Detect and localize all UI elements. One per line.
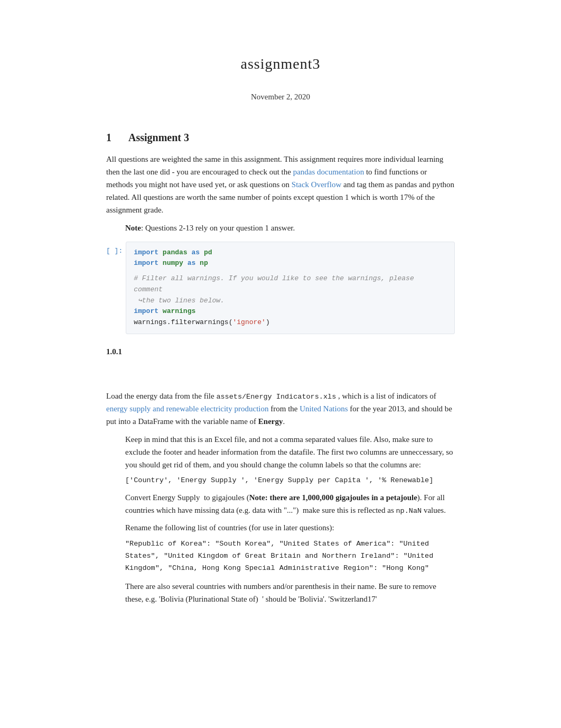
code-line-4: warnings.filterwarnings('ignore') xyxy=(134,317,447,328)
intro-paragraph: All questions are weighted the same in t… xyxy=(106,153,455,216)
code-block-1-wrapper: [ ]: import pandas as pd import numpy as… xyxy=(106,242,455,335)
page-title: assignment3 xyxy=(106,53,455,75)
code-comment-2: ↪the two lines below. xyxy=(134,296,447,307)
note-label: Note xyxy=(125,224,141,232)
code-line-3: import warnings xyxy=(134,306,447,317)
energy-file-code: assets/Energy Indicators.xls xyxy=(216,393,336,401)
code-comment-1: # Filter all warnings. If you would like… xyxy=(134,273,447,296)
section-title: Assignment 3 xyxy=(128,130,189,145)
note-gigajoules: Note: there are 1,000,000 gigajoules in … xyxy=(249,493,417,502)
section-header: 1 Assignment 3 xyxy=(106,130,455,145)
stackoverflow-link[interactable]: Stack Overflow xyxy=(292,180,342,189)
code-line-2: import numpy as np xyxy=(134,258,447,269)
columns-list: ['Country', 'Energy Supply ', 'Energy Su… xyxy=(125,475,455,486)
code-line-1: import pandas as pd xyxy=(134,247,447,259)
energy-supply-link[interactable]: energy supply and renewable electricity … xyxy=(106,404,269,413)
rename-paragraph: Rename the following list of countries (… xyxy=(125,521,455,534)
code-blank-1 xyxy=(134,269,447,273)
code-block-1: import pandas as pd import numpy as np #… xyxy=(126,242,455,335)
rename-line-3: Kingdom", "China, Hong Kong Special Admi… xyxy=(125,563,455,575)
code-label-1: [ ]: xyxy=(106,242,126,256)
subsection-title-101: 1.0.1 xyxy=(106,346,455,358)
section-number: 1 xyxy=(106,130,111,145)
rename-line-2: States", "United Kingdom of Great Britai… xyxy=(125,550,455,563)
convert-paragraph: Convert Energy Supply to gigajoules (Not… xyxy=(125,491,455,517)
rename-block: "Republic of Korea": "South Korea", "Uni… xyxy=(125,538,455,575)
pandas-documentation-link[interactable]: pandas documentation xyxy=(293,168,364,176)
parenthesis-paragraph: There are also several countries with nu… xyxy=(125,580,455,605)
energy-var-name: Energy xyxy=(258,417,283,426)
energy-paragraph-1: Load the energy data from the file asset… xyxy=(106,390,455,428)
npnan-code: np.NaN xyxy=(396,507,422,515)
keep-in-mind-paragraph: Keep in mind that this is an Excel file,… xyxy=(125,433,455,471)
page-container: assignment3 November 2, 2020 1 Assignmen… xyxy=(64,0,497,641)
rename-line-1: "Republic of Korea": "South Korea", "Uni… xyxy=(125,538,455,550)
page-date: November 2, 2020 xyxy=(106,91,455,103)
united-nations-link[interactable]: United Nations xyxy=(300,404,348,413)
note-paragraph: Note: Questions 2-13 rely on your questi… xyxy=(125,222,455,234)
